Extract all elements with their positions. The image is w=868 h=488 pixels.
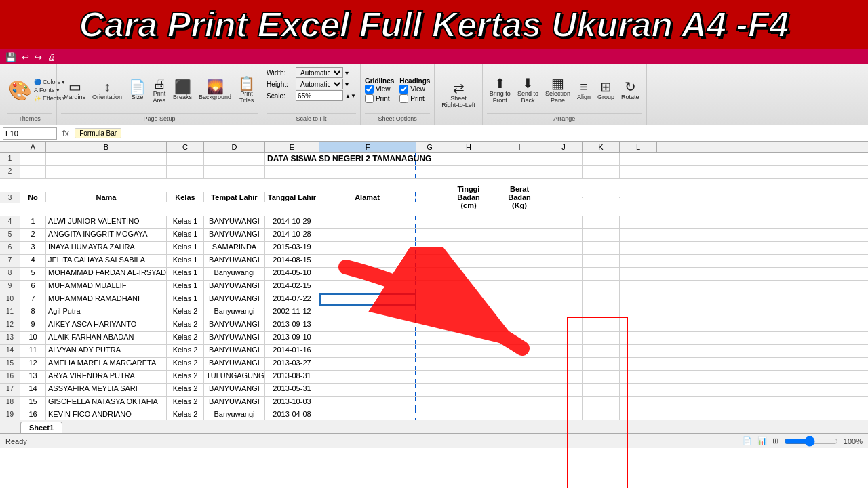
cell-tgl[interactable]: 2015-03-19 bbox=[265, 242, 319, 254]
cell-k[interactable] bbox=[583, 293, 620, 306]
cell-e1[interactable]: DATA SISWA SD NEGERI 2 TAMANAGUNG bbox=[265, 153, 319, 165]
bring-to-front-button[interactable]: ⬆ Bring to Front bbox=[487, 75, 513, 105]
cell-g[interactable] bbox=[416, 216, 443, 228]
cell-tempat[interactable]: Banyuwangi bbox=[204, 306, 265, 319]
cell-tgl[interactable]: 2014-10-28 bbox=[265, 229, 319, 241]
col-header-d[interactable]: D bbox=[204, 142, 265, 152]
cell-j[interactable] bbox=[545, 306, 583, 319]
cell-nama[interactable]: INAYA HUMAYRA ZAHRA bbox=[46, 242, 167, 254]
cell-k[interactable] bbox=[583, 306, 620, 319]
cell-nama[interactable]: GISCHELLA NATASYA OKTAFIA bbox=[46, 396, 167, 409]
cell-nama[interactable]: ANGGITA INGGRIT MOGAYA bbox=[46, 229, 167, 241]
cell-tempat[interactable]: BANYUWANGI bbox=[204, 396, 265, 409]
cell-c1[interactable] bbox=[167, 153, 204, 165]
cell-g[interactable] bbox=[416, 371, 443, 383]
scale-spinner-icon[interactable]: ▲▼ bbox=[345, 93, 356, 99]
cell-tempat[interactable]: BANYUWANGI bbox=[204, 293, 265, 306]
breaks-button[interactable]: ⬛ Breaks bbox=[170, 79, 195, 102]
cell-i[interactable] bbox=[494, 306, 545, 319]
cell-k3[interactable] bbox=[583, 197, 620, 198]
cell-g[interactable] bbox=[416, 306, 443, 319]
send-to-back-button[interactable]: ⬇ Send to Back bbox=[515, 75, 541, 105]
layout-view-icon[interactable]: 📊 bbox=[757, 436, 767, 445]
cell-j[interactable] bbox=[545, 384, 583, 396]
cell-g[interactable] bbox=[416, 255, 443, 267]
gridlines-view-check[interactable]: View bbox=[365, 85, 394, 94]
cell-no[interactable]: 6 bbox=[20, 281, 46, 293]
cell-nama[interactable]: MUHAMMAD RAMADHANI bbox=[46, 293, 167, 306]
print-icon[interactable]: 🖨 bbox=[46, 52, 58, 63]
cell-tempat[interactable]: BANYUWANGI bbox=[204, 358, 265, 370]
cell-tgl[interactable]: 2013-09-10 bbox=[265, 332, 319, 344]
cell-k[interactable] bbox=[583, 358, 620, 370]
cell-no[interactable]: 8 bbox=[20, 306, 46, 319]
gridlines-print-check[interactable]: Print bbox=[365, 94, 394, 103]
headings-view-check[interactable]: View bbox=[399, 85, 430, 94]
cell-k[interactable] bbox=[583, 216, 620, 228]
cell-k[interactable] bbox=[583, 242, 620, 254]
cell-j[interactable] bbox=[545, 345, 583, 357]
cell-nama[interactable]: ALWI JUNIOR VALENTINO bbox=[46, 216, 167, 228]
cell-no[interactable]: 10 bbox=[20, 332, 46, 344]
cell-tgl[interactable]: 2014-05-10 bbox=[265, 268, 319, 280]
col-header-j[interactable]: J bbox=[545, 142, 583, 152]
cell-kelas[interactable]: Kelas 1 bbox=[167, 229, 204, 241]
cell-i[interactable] bbox=[494, 242, 545, 254]
col-header-i[interactable]: I bbox=[494, 142, 545, 152]
page-view-icon[interactable]: 📄 bbox=[743, 436, 752, 445]
background-button[interactable]: 🌄 Background bbox=[196, 79, 234, 102]
cell-h[interactable] bbox=[443, 255, 494, 267]
zoom-slider[interactable] bbox=[784, 436, 838, 447]
cell-no[interactable]: 9 bbox=[20, 319, 46, 331]
cell-tgl[interactable]: 2014-10-29 bbox=[265, 216, 319, 228]
cell-a1[interactable] bbox=[20, 153, 46, 165]
cell-tempat-lahir[interactable]: Tempat Lahir bbox=[204, 192, 265, 202]
cell-tgl[interactable]: 2014-07-22 bbox=[265, 293, 319, 306]
cell-j[interactable] bbox=[545, 371, 583, 383]
cell-k[interactable] bbox=[583, 281, 620, 293]
cell-h[interactable] bbox=[443, 371, 494, 383]
cell-tgl[interactable]: 2013-08-31 bbox=[265, 371, 319, 383]
cell-h[interactable] bbox=[443, 242, 494, 254]
cell-k1[interactable] bbox=[583, 153, 620, 165]
cell-k[interactable] bbox=[583, 396, 620, 409]
print-titles-button[interactable]: 📋 Print Titles bbox=[235, 75, 258, 105]
group-button[interactable]: ⊞ Group bbox=[595, 79, 617, 102]
cell-tempat[interactable]: BANYUWANGI bbox=[204, 216, 265, 228]
cell-h[interactable] bbox=[443, 358, 494, 370]
cell-h[interactable] bbox=[443, 216, 494, 228]
cell-k[interactable] bbox=[583, 255, 620, 267]
cell-tgl[interactable]: 2014-08-15 bbox=[265, 255, 319, 267]
cell-i[interactable] bbox=[494, 384, 545, 396]
cell-tgl[interactable]: 2013-09-13 bbox=[265, 319, 319, 331]
cell-h2[interactable] bbox=[443, 166, 494, 178]
margins-button[interactable]: ▭ Margins bbox=[61, 79, 88, 102]
cell-j[interactable] bbox=[545, 396, 583, 409]
cell-i[interactable] bbox=[494, 332, 545, 344]
cell-nama[interactable]: AMELIA MARELA MARGARETA bbox=[46, 358, 167, 370]
col-header-g[interactable]: G bbox=[416, 142, 443, 152]
cell-g3[interactable] bbox=[416, 197, 443, 198]
cell-j[interactable] bbox=[545, 358, 583, 370]
cell-j[interactable] bbox=[545, 216, 583, 228]
sheet-rtl-button[interactable]: ⇄ Sheet Right-to-Left bbox=[439, 67, 478, 122]
cell-j1[interactable] bbox=[545, 153, 583, 165]
cell-tgl[interactable]: 2014-02-15 bbox=[265, 281, 319, 293]
cell-berat-badan[interactable]: Berat Badan (Kg) bbox=[494, 184, 545, 210]
cell-k[interactable] bbox=[583, 332, 620, 344]
cell-tgl[interactable]: 2013-03-27 bbox=[265, 358, 319, 370]
redo-icon[interactable]: ↪ bbox=[33, 52, 43, 63]
cell-kelas[interactable]: Kelas 2 bbox=[167, 345, 204, 357]
cell-d1[interactable] bbox=[204, 153, 265, 165]
cell-h[interactable] bbox=[443, 281, 494, 293]
cell-h[interactable] bbox=[443, 396, 494, 409]
cell-alamat[interactable] bbox=[319, 268, 416, 280]
cell-tempat[interactable]: BANYUWANGI bbox=[204, 345, 265, 357]
cell-alamat[interactable] bbox=[319, 358, 416, 370]
cell-kelas[interactable]: Kelas 2 bbox=[167, 319, 204, 331]
cell-alamat[interactable] bbox=[319, 332, 416, 344]
cell-no[interactable]: 2 bbox=[20, 229, 46, 241]
cell-g[interactable] bbox=[416, 319, 443, 331]
cell-no[interactable]: 12 bbox=[20, 358, 46, 370]
cell-j2[interactable] bbox=[545, 166, 583, 178]
